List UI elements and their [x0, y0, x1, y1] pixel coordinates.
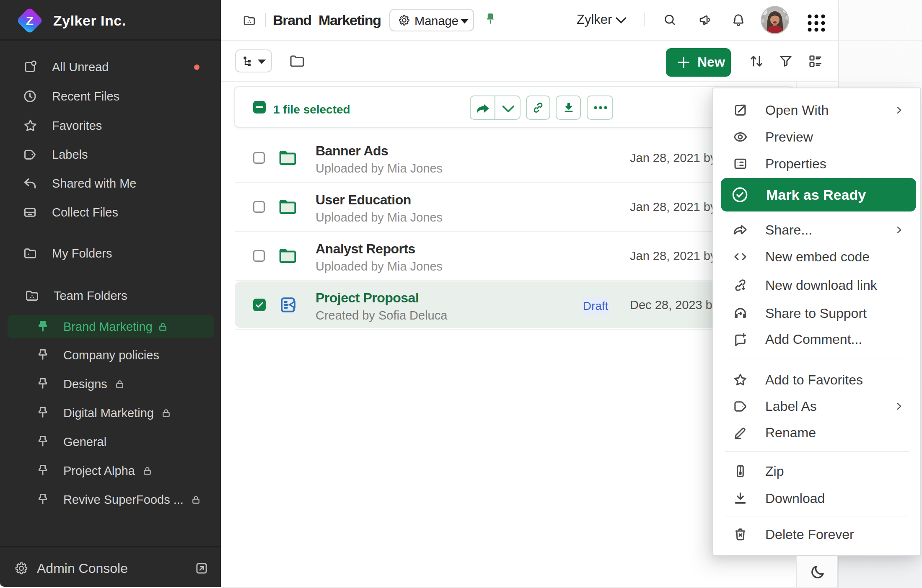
svg-text:Z: Z: [26, 14, 34, 28]
